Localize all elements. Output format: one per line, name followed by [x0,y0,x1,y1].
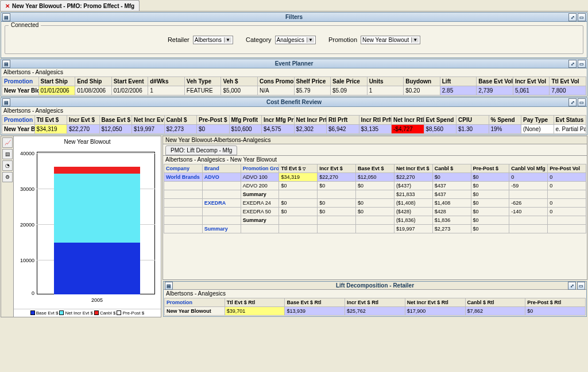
table-cell[interactable]: $0 [318,199,356,208]
table-cell[interactable]: -140 [509,208,548,216]
table-cell[interactable]: $12,050 [356,173,394,182]
decomp-tab[interactable]: PMO: Lift Decomp - Mfg [165,145,237,155]
table-cell[interactable]: $19,997 [394,225,432,233]
table-cell[interactable] [356,225,394,233]
col-header[interactable]: Base Evt $ Rtl [285,298,345,307]
table-cell[interactable] [356,216,394,225]
table-cell[interactable]: $0 [356,199,394,208]
table-cell[interactable]: $8,560 [424,125,457,134]
col-header[interactable]: Promotion Group [241,164,279,173]
table-cell[interactable]: 0 [509,173,548,182]
table-cell[interactable]: $34,319 [279,173,318,182]
bar-stack[interactable] [54,167,140,294]
col-header[interactable]: Canbl $ [164,116,197,125]
table-cell[interactable] [279,225,318,233]
col-header[interactable]: Units [367,77,404,86]
table-cell[interactable]: $1.30 [457,125,489,134]
table-cell[interactable]: $0 [279,182,318,190]
retailer-decomp-table[interactable]: PromotionTtl Evt $ RtlBase Evt $ RtlIncr… [164,298,586,316]
table-cell[interactable]: $1,836 [432,216,471,225]
table-cell[interactable]: ($437) [394,182,432,190]
table-cell[interactable]: $25,762 [345,307,405,316]
table-cell[interactable]: $0 [356,208,394,216]
col-header[interactable]: Pre-Post $ [471,164,509,173]
col-header[interactable]: Evt Spend [424,116,457,125]
close-icon[interactable]: ✕ [5,3,10,9]
table-cell[interactable]: 01/01/2006 [38,86,75,95]
table-cell[interactable]: 7,800 [550,86,586,95]
table-cell[interactable]: 0 [548,173,586,182]
restore-icon[interactable]: ⤢ [568,13,577,21]
table-cell[interactable]: $7,862 [465,307,525,316]
table-cell[interactable]: $22,270 [318,173,356,182]
table-cell[interactable]: $5,000 [221,86,258,95]
table-cell[interactable]: 1 [367,86,404,95]
table-cell[interactable]: $0 [197,125,230,134]
table-cell[interactable]: $3,135 [359,125,392,134]
table-cell[interactable] [356,190,394,199]
minimize-icon[interactable]: ▭ [578,98,586,106]
col-header[interactable]: Promotion [2,77,39,86]
table-cell[interactable]: (None) [521,125,554,134]
table-cell[interactable]: $0 [471,199,509,208]
table-cell[interactable]: $0 [356,182,394,190]
table-cell[interactable]: $5.09 [331,86,368,95]
table-cell[interactable]: $10,600 [229,125,262,134]
table-cell[interactable] [318,225,356,233]
col-header[interactable]: Incr Rtl Prft [359,116,392,125]
table-cell[interactable]: 19% [489,125,521,134]
chart-pie-icon[interactable]: ◔ [2,160,13,171]
col-header[interactable]: Pre-Post Vol [548,164,586,173]
table-cell[interactable]: $22,270 [67,125,100,134]
event-planner-table[interactable]: PromotionStart ShipEnd ShipStart Eventd#… [2,76,586,95]
restore-icon[interactable]: ⤢ [568,282,576,290]
table-cell[interactable]: ($428) [394,208,432,216]
chevron-down-icon[interactable]: ▼ [411,37,419,43]
col-header[interactable]: Pre-Post $ Rtl [525,298,586,307]
table-cell[interactable]: $5.79 [294,86,331,95]
col-header[interactable]: Pay Type [521,116,554,125]
table-cell[interactable]: 01/08/2006 [75,86,112,95]
col-header[interactable]: Start Ship [38,77,75,86]
col-header[interactable]: Incr Evt $ [318,164,356,173]
table-cell[interactable]: $0 [279,199,318,208]
col-header[interactable]: Incr Evt Vol [513,77,550,86]
table-cell[interactable]: $34,319 [34,125,67,134]
col-header[interactable]: Base Evt $ [99,116,132,125]
col-header[interactable]: Start Event [111,77,148,86]
table-cell[interactable]: $437 [432,190,471,199]
collapse-icon[interactable]: ▤ [2,13,10,21]
col-header[interactable]: Incr Mfg Prft [262,116,295,125]
table-cell[interactable]: -626 [509,199,548,208]
window-tab[interactable]: ✕ New Year Blowout - PMO: Promo Effect -… [0,0,140,11]
col-header[interactable]: Net Incr Evt $ [132,116,165,125]
table-cell[interactable]: 2.85 [440,86,477,95]
table-cell[interactable]: $0.20 [404,86,440,95]
col-header[interactable]: End Ship [75,77,112,86]
minimize-icon[interactable]: ▭ [578,13,586,21]
table-cell[interactable] [548,225,586,233]
col-header[interactable]: Incr Evt $ [67,116,100,125]
col-header[interactable]: Lift [440,77,477,86]
col-header[interactable]: Mfg Profit [229,116,262,125]
collapse-icon[interactable]: ▤ [165,282,173,290]
table-cell[interactable]: 2,739 [477,86,513,95]
category-select[interactable]: Analgesics▼ [275,36,316,44]
chevron-down-icon[interactable]: ▼ [307,37,314,43]
table-cell[interactable]: $437 [432,182,471,190]
decomp-table[interactable]: CompanyBrandPromotion GroupTtl Evt $ ▽In… [164,164,586,233]
col-header[interactable]: Veh Type [184,77,221,86]
table-cell[interactable]: 0 [548,208,586,216]
col-header[interactable]: Base Evt Vol [477,77,513,86]
table-cell[interactable]: $0 [471,216,509,225]
table-cell[interactable]: $19,997 [132,125,165,134]
col-header[interactable]: Ttl Evt Vol [550,77,586,86]
col-header[interactable]: Pre-Post $ [197,116,230,125]
table-cell[interactable]: $0 [318,182,356,190]
col-header[interactable]: Net Incr Evt $ [394,164,432,173]
table-cell[interactable]: $0 [471,208,509,216]
table-cell[interactable]: $39,701 [225,307,285,316]
table-cell[interactable]: 1 [148,86,185,95]
retailer-select[interactable]: Albertsons▼ [193,36,233,44]
col-header[interactable]: Cons Promo [257,77,294,86]
